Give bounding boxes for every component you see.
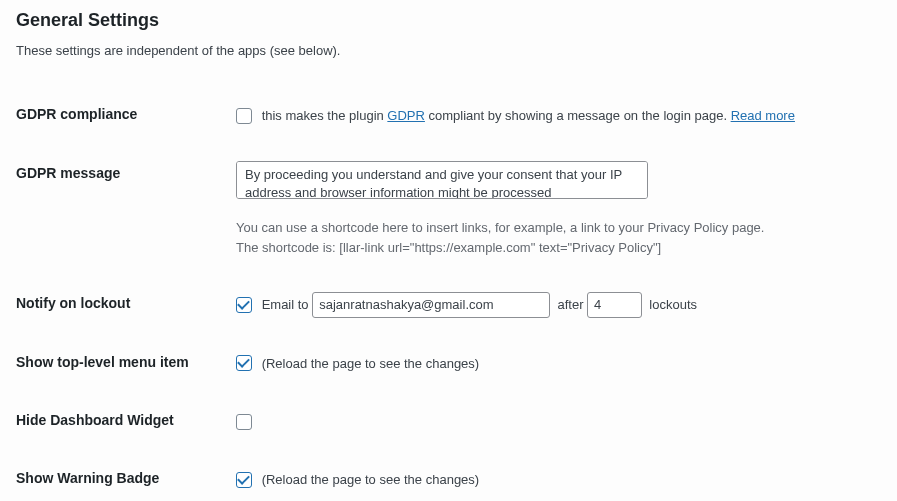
gdpr-message-help: You can use a shortcode here to insert l… xyxy=(236,218,881,260)
notify-after-text: after xyxy=(557,297,583,312)
page-subline: These settings are independent of the ap… xyxy=(16,43,881,58)
show-menu-hint: (Reload the page to see the changes) xyxy=(262,355,480,370)
notify-checkbox[interactable] xyxy=(236,297,252,313)
gdpr-compliance-text-after: compliant by showing a message on the lo… xyxy=(425,108,731,123)
gdpr-help-line1: You can use a shortcode here to insert l… xyxy=(236,220,764,235)
notify-email-to-text: Email to xyxy=(262,297,309,312)
row-show-badge: Show Warning Badge (Reload the page to s… xyxy=(16,452,881,501)
row-show-menu: Show top-level menu item (Reload the pag… xyxy=(16,336,881,395)
label-gdpr-message: GDPR message xyxy=(16,147,236,278)
label-show-menu: Show top-level menu item xyxy=(16,336,236,395)
row-gdpr-message: GDPR message You can use a shortcode her… xyxy=(16,147,881,278)
notify-email-input[interactable] xyxy=(312,292,550,318)
gdpr-compliance-checkbox[interactable] xyxy=(236,108,252,124)
gdpr-compliance-text-before: this makes the plugin xyxy=(262,108,388,123)
row-hide-widget: Hide Dashboard Widget xyxy=(16,394,881,452)
gdpr-help-line2: The shortcode is: [llar-link url="https:… xyxy=(236,240,661,255)
show-badge-hint: (Reload the page to see the changes) xyxy=(262,472,480,487)
label-show-badge: Show Warning Badge xyxy=(16,452,236,501)
show-badge-checkbox[interactable] xyxy=(236,472,252,488)
row-gdpr-compliance: GDPR compliance this makes the plugin GD… xyxy=(16,88,881,147)
label-hide-widget: Hide Dashboard Widget xyxy=(16,394,236,452)
notify-count-input[interactable] xyxy=(587,292,642,318)
row-notify-lockout: Notify on lockout Email to after lockout… xyxy=(16,277,881,336)
notify-lockouts-text: lockouts xyxy=(649,297,697,312)
settings-table: GDPR compliance this makes the plugin GD… xyxy=(16,88,881,501)
read-more-link[interactable]: Read more xyxy=(731,108,795,123)
label-gdpr-compliance: GDPR compliance xyxy=(16,88,236,147)
page-title: General Settings xyxy=(16,10,881,31)
gdpr-link[interactable]: GDPR xyxy=(387,108,425,123)
hide-widget-checkbox[interactable] xyxy=(236,414,252,430)
label-notify-lockout: Notify on lockout xyxy=(16,277,236,336)
gdpr-message-textarea[interactable] xyxy=(236,161,648,199)
show-menu-checkbox[interactable] xyxy=(236,355,252,371)
